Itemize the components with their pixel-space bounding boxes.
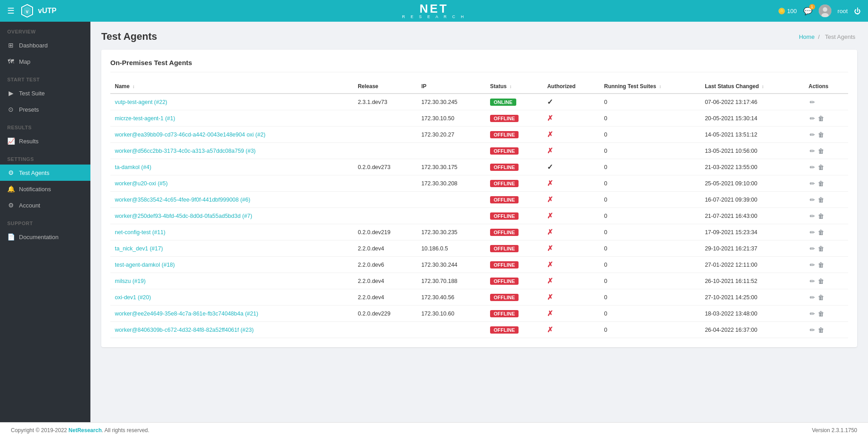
edit-btn-2[interactable]: ✏ [810, 131, 815, 138]
edit-btn-0[interactable]: ✏ [810, 99, 815, 106]
edit-btn-8[interactable]: ✏ [810, 229, 815, 236]
agent-link-3[interactable]: worker@d56cc2bb-3173-4c0c-a313-a57ddc08a… [115, 148, 256, 154]
table-row: micrze-test-agent-1 (#1)172.30.10.50OFFL… [110, 110, 848, 127]
agent-link-2[interactable]: worker@ea39bb09-cd73-46cd-a442-0043e148e… [115, 132, 265, 138]
delete-btn-4[interactable]: 🗑 [818, 164, 824, 171]
cell-actions-4: ✏🗑 [804, 159, 848, 175]
agent-link-8[interactable]: net-config-test (#11) [115, 229, 165, 235]
edit-btn-1[interactable]: ✏ [810, 115, 815, 122]
agent-link-13[interactable]: worker@ee2e4649-35e8-4c7a-861e-fb3c74048… [115, 311, 258, 317]
delete-btn-11[interactable]: 🗑 [818, 278, 824, 285]
sidebar-item-test-agents[interactable]: ⚙Test Agents [0, 165, 90, 181]
cell-actions-9: ✏🗑 [804, 240, 848, 257]
edit-btn-4[interactable]: ✏ [810, 164, 815, 171]
agent-link-12[interactable]: oxi-dev1 (#20) [115, 294, 151, 301]
edit-btn-6[interactable]: ✏ [810, 196, 815, 203]
cell-release-2 [353, 127, 416, 143]
cell-last-changed-7: 21-07-2021 16:43:00 [700, 208, 804, 224]
cell-ip-13: 172.30.10.60 [417, 306, 486, 322]
agent-link-1[interactable]: micrze-test-agent-1 (#1) [115, 115, 175, 122]
sort-status-icon[interactable]: ↕ [509, 84, 512, 89]
sidebar-item-presets[interactable]: ⊙Presets [0, 101, 90, 118]
agent-link-6[interactable]: worker@358c3542-4c65-4fee-9f0f-441dbf999… [115, 197, 250, 203]
cell-ip-6 [417, 192, 486, 208]
sidebar-item-results[interactable]: 📈Results [0, 133, 90, 149]
sort-last-icon[interactable]: ↕ [762, 84, 764, 89]
cell-release-1 [353, 110, 416, 127]
edit-btn-11[interactable]: ✏ [810, 278, 815, 285]
logout-btn[interactable]: ⏻ [854, 7, 861, 15]
col-authorized: Authorized [542, 80, 599, 94]
authorized-indicator-7: ✗ [547, 212, 553, 220]
cell-actions-2: ✏🗑 [804, 127, 848, 143]
sidebar-item-map[interactable]: 🗺Map [0, 53, 90, 70]
sidebar-label-presets: Presets [19, 106, 39, 113]
edit-btn-13[interactable]: ✏ [810, 310, 815, 317]
cell-actions-14: ✏🗑 [804, 322, 848, 338]
breadcrumb-current: Test Agents [825, 33, 855, 40]
menu-toggle[interactable]: ☰ [7, 6, 14, 16]
avatar[interactable] [819, 5, 831, 17]
delete-btn-8[interactable]: 🗑 [818, 229, 824, 236]
delete-btn-6[interactable]: 🗑 [818, 196, 824, 203]
sidebar-label-results: Results [19, 138, 38, 145]
sidebar-item-dashboard[interactable]: ⊞Dashboard [0, 37, 90, 53]
cell-status-4: OFFLINE [486, 159, 542, 175]
delete-btn-3[interactable]: 🗑 [818, 147, 824, 155]
status-badge-11: OFFLINE [490, 278, 519, 285]
sidebar-item-account[interactable]: ⚙Account [0, 197, 90, 213]
cell-last-changed-12: 27-10-2021 14:25:00 [700, 289, 804, 306]
agent-link-5[interactable]: worker@u20-oxi (#5) [115, 180, 168, 187]
agent-link-0[interactable]: vutp-test-agent (#22) [115, 99, 167, 105]
edit-btn-3[interactable]: ✏ [810, 147, 815, 155]
sort-name-icon[interactable]: ↕ [132, 84, 135, 89]
cell-name-1: micrze-test-agent-1 (#1) [110, 110, 353, 127]
notifications-btn[interactable]: 💬 1 [803, 7, 812, 15]
edit-btn-12[interactable]: ✏ [810, 294, 815, 301]
table-row: ta_nick_dev1 (#17)2.2.0.dev410.186.0.5OF… [110, 240, 848, 257]
cell-authorized-2: ✗ [542, 127, 599, 143]
footer-brand-link[interactable]: NetResearch [69, 427, 102, 433]
cell-release-3 [353, 143, 416, 159]
agent-link-7[interactable]: worker@250def93-4bfd-45dc-8d0d-0fa55ad5b… [115, 213, 252, 219]
status-badge-3: OFFLINE [490, 147, 519, 155]
delete-btn-13[interactable]: 🗑 [818, 310, 824, 317]
edit-btn-7[interactable]: ✏ [810, 212, 815, 220]
delete-btn-12[interactable]: 🗑 [818, 294, 824, 301]
authorized-indicator-0: ✓ [547, 98, 553, 106]
delete-btn-1[interactable]: 🗑 [818, 115, 824, 122]
sort-running-icon[interactable]: ↕ [659, 84, 661, 89]
sidebar-item-test-suite[interactable]: ▶Test Suite [0, 85, 90, 101]
delete-btn-5[interactable]: 🗑 [818, 180, 824, 187]
cell-actions-3: ✏🗑 [804, 143, 848, 159]
agent-link-9[interactable]: ta_nick_dev1 (#17) [115, 245, 163, 252]
cell-status-5: OFFLINE [486, 175, 542, 192]
breadcrumb-home[interactable]: Home [799, 33, 815, 40]
delete-btn-14[interactable]: 🗑 [818, 326, 824, 334]
agent-link-14[interactable]: worker@8406309b-c672-4d32-84f8-82a52ff40… [115, 327, 254, 333]
avatar-icon [819, 5, 831, 17]
status-badge-10: OFFLINE [490, 261, 519, 268]
cell-name-7: worker@250def93-4bfd-45dc-8d0d-0fa55ad5b… [110, 208, 353, 224]
edit-btn-5[interactable]: ✏ [810, 180, 815, 187]
cell-name-5: worker@u20-oxi (#5) [110, 175, 353, 192]
delete-btn-10[interactable]: 🗑 [818, 261, 824, 268]
table-row: ta-damkol (#4)0.2.0.dev273172.30.30.175O… [110, 159, 848, 175]
agent-link-11[interactable]: milszu (#19) [115, 278, 146, 284]
footer-copyright: Copyright © 2019-2022 NetResearch. All r… [11, 427, 149, 433]
delete-btn-9[interactable]: 🗑 [818, 245, 824, 252]
sidebar-item-notifications[interactable]: 🔔Notifications [0, 181, 90, 197]
cell-ip-8: 172.30.30.235 [417, 224, 486, 240]
agent-link-4[interactable]: ta-damkol (#4) [115, 164, 151, 170]
edit-btn-14[interactable]: ✏ [810, 326, 815, 334]
delete-btn-2[interactable]: 🗑 [818, 131, 824, 138]
credits-value: 100 [787, 8, 797, 14]
agent-link-10[interactable]: test-agent-damkol (#18) [115, 262, 175, 268]
edit-btn-9[interactable]: ✏ [810, 245, 815, 252]
edit-btn-10[interactable]: ✏ [810, 261, 815, 268]
cell-authorized-7: ✗ [542, 208, 599, 224]
cell-name-6: worker@358c3542-4c65-4fee-9f0f-441dbf999… [110, 192, 353, 208]
delete-btn-7[interactable]: 🗑 [818, 212, 824, 220]
sidebar-item-documentation[interactable]: 📄Documentation [0, 229, 90, 245]
sidebar-label-test-agents: Test Agents [19, 170, 49, 176]
